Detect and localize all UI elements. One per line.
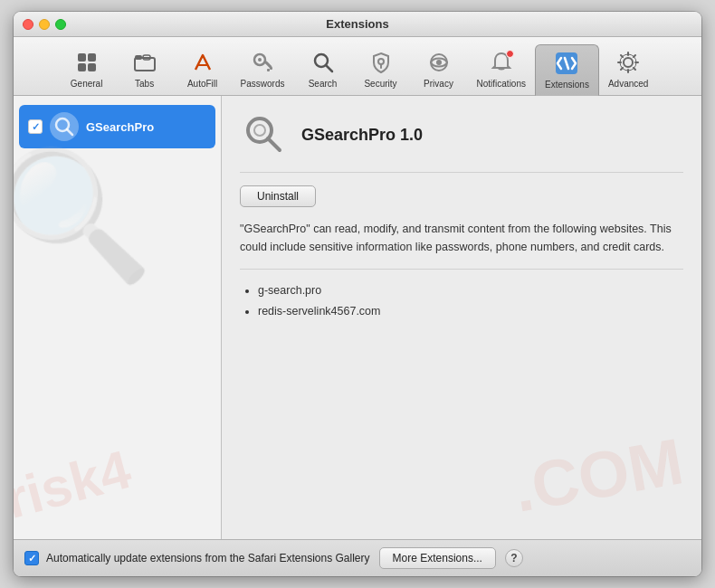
- svg-line-29: [634, 55, 635, 57]
- svg-rect-1: [88, 53, 96, 62]
- security-icon: [367, 48, 396, 77]
- svg-line-30: [621, 68, 623, 70]
- auto-update-label: Automatically update extensions from the…: [46, 552, 370, 564]
- sidebar-watermark: risk4: [14, 438, 138, 531]
- extension-item-gsearchpro[interactable]: ✓ GSearchPro: [19, 105, 215, 148]
- svg-point-9: [258, 58, 262, 62]
- main-window: Extensions General: [14, 12, 701, 576]
- svg-line-34: [268, 138, 280, 150]
- main-content: GSearchPro 1.0 Uninstall "GSearchPro" ca…: [222, 96, 701, 539]
- site-item: redis-servelink4567.com: [258, 301, 683, 322]
- window-title: Extensions: [326, 17, 388, 31]
- sidebar-bg-icon: 🔍: [14, 141, 154, 290]
- tab-general-label: General: [71, 79, 103, 89]
- auto-update-check: ✓: [28, 553, 36, 564]
- minimize-button[interactable]: [39, 19, 50, 30]
- footer: ✓ Automatically update extensions from t…: [14, 539, 701, 576]
- svg-point-18: [436, 60, 442, 65]
- uninstall-button[interactable]: Uninstall: [240, 185, 316, 207]
- privacy-icon: [424, 48, 453, 77]
- svg-line-14: [326, 65, 332, 71]
- tab-privacy[interactable]: Privacy: [410, 44, 468, 95]
- help-button[interactable]: ?: [505, 549, 523, 567]
- tab-advanced-label: Advanced: [608, 79, 648, 89]
- extension-header: GSearchPro 1.0: [240, 110, 683, 173]
- autofill-icon: [188, 48, 217, 77]
- tab-extensions[interactable]: Extensions: [535, 44, 599, 96]
- more-extensions-button[interactable]: More Extensions...: [379, 547, 496, 569]
- tab-advanced[interactable]: Advanced: [599, 44, 657, 95]
- notifications-icon: [487, 48, 516, 77]
- tab-search[interactable]: Search: [294, 44, 352, 95]
- tab-security-label: Security: [364, 79, 396, 89]
- svg-rect-2: [78, 63, 86, 71]
- extension-icon: [50, 112, 79, 141]
- close-button[interactable]: [23, 19, 33, 30]
- auto-update-checkbox[interactable]: ✓: [24, 551, 39, 565]
- auto-update-wrap: ✓ Automatically update extensions from t…: [24, 551, 370, 565]
- checkbox-check: ✓: [32, 122, 40, 132]
- svg-rect-5: [135, 55, 142, 60]
- toolbar: General Tabs AutoFill: [14, 37, 701, 96]
- tab-extensions-label: Extensions: [545, 80, 589, 90]
- svg-point-21: [624, 58, 633, 67]
- extension-header-icon: [240, 110, 289, 159]
- site-item: g-search.pro: [258, 280, 683, 301]
- extension-detail-title: GSearchPro 1.0: [301, 126, 423, 145]
- tab-notifications[interactable]: Notifications: [468, 44, 535, 95]
- tab-autofill-label: AutoFill: [187, 79, 217, 89]
- svg-line-32: [67, 129, 72, 135]
- window-controls: [23, 19, 66, 30]
- tab-security[interactable]: Security: [352, 44, 410, 95]
- tab-privacy-label: Privacy: [424, 79, 453, 89]
- svg-line-28: [634, 68, 635, 70]
- sidebar: 🔍 risk4 ✓ GSearchPro: [14, 96, 222, 539]
- svg-rect-11: [267, 69, 270, 71]
- extension-sites: g-search.pro redis-servelink4567.com: [240, 280, 683, 321]
- extension-description: "GSearchPro" can read, modify, and trans…: [240, 220, 683, 270]
- extension-name: GSearchPro: [86, 120, 154, 134]
- tab-general[interactable]: General: [58, 44, 116, 95]
- search-icon: [309, 48, 338, 77]
- svg-rect-0: [78, 53, 86, 62]
- tab-autofill[interactable]: AutoFill: [174, 44, 232, 95]
- advanced-icon: [614, 48, 643, 77]
- svg-line-27: [621, 55, 623, 57]
- tab-passwords-label: Passwords: [241, 79, 285, 89]
- body: 🔍 risk4 ✓ GSearchPro: [14, 96, 701, 539]
- tab-notifications-label: Notifications: [477, 79, 526, 89]
- passwords-icon: [248, 48, 277, 77]
- svg-rect-3: [88, 63, 96, 71]
- svg-point-35: [254, 125, 265, 136]
- tab-tabs-label: Tabs: [135, 79, 154, 89]
- svg-rect-12: [270, 67, 272, 70]
- tab-tabs[interactable]: Tabs: [116, 44, 174, 95]
- extensions-icon: [552, 49, 581, 78]
- maximize-button[interactable]: [55, 19, 66, 30]
- tab-search-label: Search: [309, 79, 338, 89]
- tabs-icon: [130, 48, 159, 77]
- extension-checkbox[interactable]: ✓: [28, 119, 43, 134]
- tab-passwords[interactable]: Passwords: [232, 44, 294, 95]
- general-icon: [72, 48, 101, 77]
- titlebar: Extensions: [14, 12, 701, 37]
- main-watermark: .COM: [508, 423, 688, 526]
